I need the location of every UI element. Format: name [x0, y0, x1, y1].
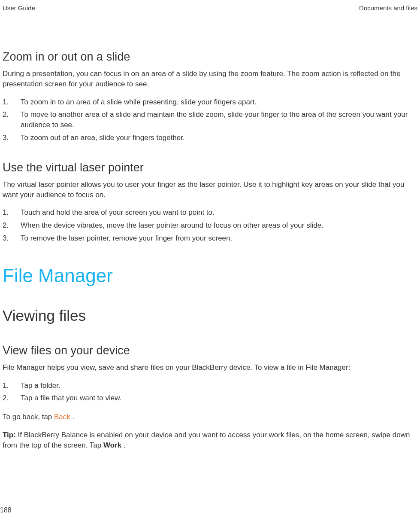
- list-item: Tap a file that you want to view.: [3, 393, 417, 403]
- list-item: Touch and hold the area of your screen y…: [3, 207, 417, 218]
- zoom-intro: During a presentation, you can focus in …: [3, 69, 417, 89]
- back-link-text: Back: [54, 413, 73, 421]
- heading-view-files-device: View files on your device: [3, 344, 417, 357]
- page-header: User Guide Documents and files: [0, 0, 420, 12]
- header-right: Documents and files: [359, 4, 417, 12]
- tip-body-pre: If BlackBerry Balance is enabled on your…: [3, 431, 410, 449]
- tip-work-word: Work: [103, 441, 124, 449]
- zoom-steps-list: To zoom in to an area of a slide while p…: [3, 97, 417, 143]
- viewdevice-intro: File Manager helps you view, save and sh…: [3, 363, 417, 373]
- viewdevice-steps-list: Tap a folder. Tap a file that you want t…: [3, 381, 417, 404]
- goback-pre: To go back, tap: [3, 413, 54, 421]
- goback-post: .: [73, 413, 75, 421]
- tip-paragraph: Tip: If BlackBerry Balance is enabled on…: [3, 430, 417, 451]
- page-number: 188: [0, 506, 12, 514]
- tip-label: Tip:: [3, 431, 18, 439]
- heading-laser: Use the virtual laser pointer: [3, 161, 417, 174]
- list-item: To move to another area of a slide and m…: [3, 110, 417, 130]
- laser-intro: The virtual laser pointer allows you to …: [3, 180, 417, 200]
- list-item: To remove the laser pointer, remove your…: [3, 233, 417, 244]
- heading-file-manager: File Manager: [3, 265, 417, 286]
- go-back-instruction: To go back, tap Back .: [3, 412, 417, 422]
- list-item: To zoom out of an area, slide your finge…: [3, 133, 417, 143]
- list-item: When the device vibrates, move the laser…: [3, 220, 417, 231]
- laser-steps-list: Touch and hold the area of your screen y…: [3, 207, 417, 243]
- list-item: Tap a folder.: [3, 381, 417, 391]
- list-item: To zoom in to an area of a slide while p…: [3, 97, 417, 107]
- heading-zoom: Zoom in or out on a slide: [3, 50, 417, 64]
- tip-body-post: .: [124, 441, 126, 449]
- header-left: User Guide: [3, 4, 35, 12]
- heading-viewing-files: Viewing files: [3, 307, 417, 324]
